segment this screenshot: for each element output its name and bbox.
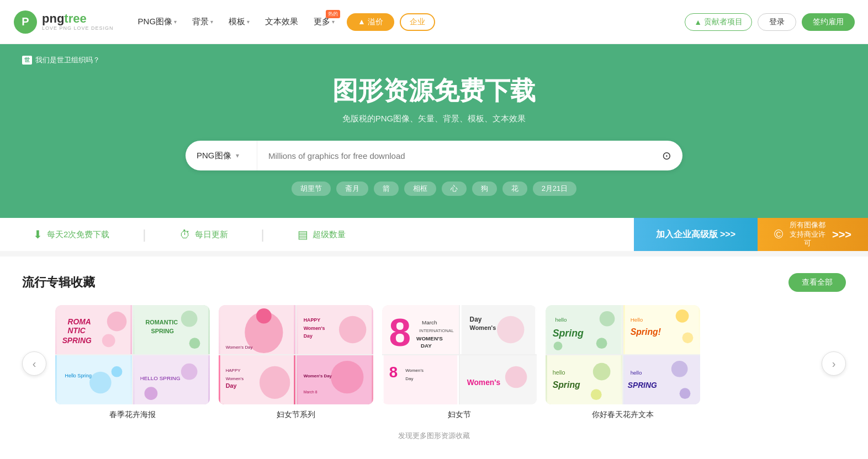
- svg-text:HELLO SPRING: HELLO SPRING: [140, 375, 181, 381]
- feature-quantity-label: 超级数量: [313, 230, 346, 240]
- collection-card[interactable]: 8 March INTERNATIONAL WOMEN'S DAY Day Wo…: [382, 305, 537, 422]
- svg-point-29: [339, 316, 366, 343]
- nav-background[interactable]: 背景 ▾: [186, 13, 220, 30]
- svg-point-19: [181, 364, 198, 380]
- search-tag[interactable]: 心: [442, 182, 467, 196]
- svg-point-66: [682, 332, 694, 343]
- chevron-down-icon: ▾: [174, 19, 177, 25]
- svg-point-11: [181, 311, 198, 327]
- svg-point-12: [189, 338, 200, 349]
- card-image-grid: ROMA NTIC SPRING ROMANTIC SPRING: [55, 305, 210, 404]
- divider: |: [261, 227, 264, 242]
- layers-icon: ▤: [298, 228, 308, 241]
- collection-card[interactable]: hello Spring Hello Spring!: [546, 305, 700, 422]
- svg-point-7: [102, 334, 115, 347]
- chevron-down-icon: ▾: [332, 19, 335, 25]
- nav-text-effects[interactable]: 文本效果: [258, 13, 305, 30]
- carousel-next-button[interactable]: ›: [822, 351, 846, 376]
- search-tag[interactable]: 2月21日: [533, 182, 577, 196]
- chevron-down-icon: ▾: [210, 19, 213, 25]
- search-input[interactable]: [257, 141, 651, 170]
- hero-notice: 世 我们是世卫组织吗？: [0, 55, 868, 74]
- svg-point-70: [593, 363, 611, 381]
- collections-section: 流行专辑收藏 查看全部 ‹ ROMA NTIC SPRING: [0, 257, 868, 459]
- svg-point-75: [671, 361, 688, 377]
- search-button[interactable]: ⊙: [651, 141, 682, 170]
- feature-update-label: 每日更新: [195, 230, 228, 240]
- svg-text:P: P: [22, 15, 29, 28]
- contribute-button[interactable]: ▲ 贡献者项目: [685, 13, 752, 31]
- arrow-icon: >>>: [832, 228, 851, 241]
- svg-text:Spring: Spring: [553, 328, 584, 339]
- svg-text:Day: Day: [226, 382, 237, 389]
- search-tag[interactable]: 斋月: [336, 182, 368, 196]
- feature-update: ⏱ 每日更新: [179, 228, 228, 241]
- login-button[interactable]: 登录: [758, 13, 796, 31]
- search-tag[interactable]: 花: [502, 182, 527, 196]
- category-label: PNG图像: [197, 151, 231, 161]
- svg-text:ROMA: ROMA: [68, 317, 91, 326]
- collection-card[interactable]: Women's Day HAPPY Women's Day: [219, 305, 373, 422]
- search-tag[interactable]: 箭: [374, 182, 399, 196]
- features-left: ⬇ 每天2次免费下载 | ⏱ 每日更新 | ▤ 超级数量: [0, 218, 634, 251]
- commercial-text: 所有图像都支持商业许可: [786, 221, 829, 249]
- svg-text:SPRING: SPRING: [62, 336, 92, 345]
- chevron-down-icon: ▾: [236, 152, 239, 159]
- card-image-grid: hello Spring Hello Spring!: [546, 305, 700, 404]
- header: P pngtree LOVE PNG LOVE DESIGN PNG图像 ▾ 背…: [0, 0, 868, 44]
- commercial-button[interactable]: © 所有图像都支持商业许可 >>>: [758, 218, 868, 251]
- svg-text:Hello: Hello: [631, 317, 643, 323]
- card-label: 妇女节系列: [219, 410, 373, 422]
- svg-point-65: [676, 309, 689, 323]
- card-image-grid: 8 March INTERNATIONAL WOMEN'S DAY Day Wo…: [382, 305, 537, 404]
- svg-text:8: 8: [389, 311, 411, 354]
- svg-text:Women's: Women's: [467, 378, 501, 387]
- nav-png[interactable]: PNG图像 ▾: [131, 13, 184, 30]
- svg-text:hello: hello: [631, 370, 642, 376]
- search-tag[interactable]: 相框: [404, 182, 436, 196]
- enterprise-button[interactable]: 企业: [400, 13, 435, 31]
- price-button[interactable]: ▲ 溢价: [347, 13, 394, 31]
- svg-point-15: [89, 372, 112, 394]
- hero-section: 世 我们是世卫组织吗？ 图形资源免费下载 免版税的PNG图像、矢量、背景、模板、…: [0, 44, 868, 218]
- svg-point-34: [260, 366, 290, 399]
- search-tag[interactable]: 胡里节: [292, 182, 331, 196]
- search-icon: ⊙: [662, 149, 671, 162]
- carousel-prev-button[interactable]: ‹: [22, 351, 46, 376]
- svg-text:Women's: Women's: [304, 325, 325, 331]
- enterprise-tier-button[interactable]: 加入企业高级版 >>>: [634, 218, 758, 251]
- features-right: 加入企业高级版 >>> © 所有图像都支持商业许可 >>>: [634, 218, 868, 251]
- nav-template[interactable]: 模板 ▾: [222, 13, 256, 30]
- search-category-dropdown[interactable]: PNG图像 ▾: [186, 141, 257, 170]
- signup-button[interactable]: 签约雇用: [802, 13, 855, 31]
- section-header: 流行专辑收藏 查看全部: [22, 273, 846, 292]
- svg-text:HAPPY: HAPPY: [304, 317, 321, 323]
- card-image-grid: Women's Day HAPPY Women's Day: [219, 305, 373, 404]
- svg-text:HAPPY: HAPPY: [226, 368, 241, 373]
- feature-download: ⬇ 每天2次免费下载: [33, 228, 109, 241]
- feature-quantity: ▤ 超级数量: [298, 228, 346, 241]
- svg-point-59: [600, 311, 615, 327]
- bottom-text: 发现更多图形资源收藏: [22, 422, 846, 445]
- logo[interactable]: P pngtree LOVE PNG LOVE DESIGN: [13, 10, 114, 34]
- svg-text:INTERNATIONAL: INTERNATIONAL: [419, 328, 454, 333]
- svg-point-6: [107, 312, 127, 332]
- logo-brand: pngtree: [42, 12, 114, 25]
- view-all-button[interactable]: 查看全部: [788, 273, 846, 292]
- svg-text:Day: Day: [304, 333, 313, 339]
- card-label: 你好春天花卉文本: [546, 410, 700, 422]
- logo-sub: LOVE PNG LOVE DESIGN: [42, 26, 114, 31]
- card-label: 妇女节: [382, 410, 537, 422]
- svg-text:Women's Day: Women's Day: [226, 345, 253, 350]
- svg-text:NTIC: NTIC: [68, 326, 86, 335]
- svg-text:hello: hello: [553, 369, 565, 376]
- svg-text:Women's Day: Women's Day: [304, 373, 332, 378]
- search-tag[interactable]: 狗: [472, 182, 497, 196]
- svg-text:Day: Day: [470, 316, 482, 323]
- feature-download-label: 每天2次免费下载: [47, 230, 109, 240]
- svg-point-48: [497, 316, 524, 343]
- nav-more[interactable]: 更多 ▾ 热的: [307, 13, 341, 30]
- collection-card[interactable]: ROMA NTIC SPRING ROMANTIC SPRING: [55, 305, 210, 422]
- card-label: 春季花卉海报: [55, 410, 210, 422]
- copyright-icon: ©: [774, 227, 783, 242]
